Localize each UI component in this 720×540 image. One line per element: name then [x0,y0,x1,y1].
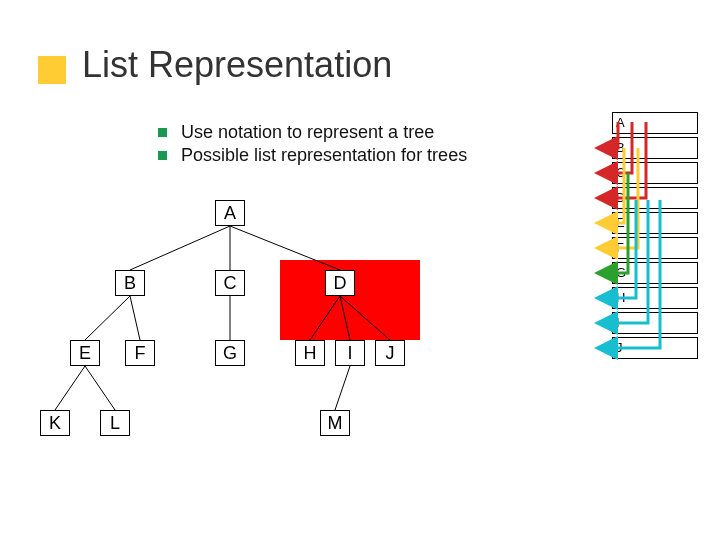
svg-line-4 [130,296,140,340]
svg-line-0 [130,226,230,270]
bullet-item: Possible list representation for trees [158,145,467,166]
bullet-list: Use notation to represent a tree Possibl… [158,120,467,168]
svg-line-10 [85,366,115,410]
side-box: B [612,137,698,159]
node-c: C [215,270,245,296]
bullet-text: Use notation to represent a tree [181,122,434,143]
accent-square [38,56,66,84]
node-k: K [40,410,70,436]
svg-line-3 [85,296,130,340]
node-i: I [335,340,365,366]
node-j: J [375,340,405,366]
side-box: D [612,187,698,209]
node-d: D [325,270,355,296]
node-g: G [215,340,245,366]
node-b: B [115,270,145,296]
svg-line-6 [310,296,340,340]
svg-line-2 [230,226,340,270]
node-f: F [125,340,155,366]
slide-title: List Representation [82,44,392,86]
side-box: H [612,287,698,309]
side-box: E [612,212,698,234]
side-box: C [612,162,698,184]
side-box: G [612,262,698,284]
node-h: H [295,340,325,366]
tree-diagram: A B C D E F G H I J K L M [0,200,440,500]
svg-line-9 [55,366,85,410]
node-m: M [320,410,350,436]
node-a: A [215,200,245,226]
svg-line-11 [335,366,350,410]
side-box: A [612,112,698,134]
side-box: J [612,337,698,359]
side-box: F [612,237,698,259]
sidebar-list: A B C D E F G H I J [612,112,698,362]
bullet-icon [158,128,167,137]
node-l: L [100,410,130,436]
bullet-text: Possible list representation for trees [181,145,467,166]
node-e: E [70,340,100,366]
svg-line-8 [340,296,390,340]
bullet-item: Use notation to represent a tree [158,122,467,143]
side-box: I [612,312,698,334]
bullet-icon [158,151,167,160]
svg-line-7 [340,296,350,340]
